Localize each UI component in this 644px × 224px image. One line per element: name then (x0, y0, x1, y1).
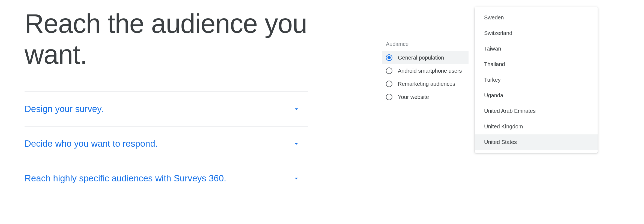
chevron-down-icon (293, 140, 300, 148)
audience-panel: Audience General population Android smar… (382, 41, 469, 104)
page-heading: Reach the audience you want. (25, 8, 311, 70)
left-content: Reach the audience you want. Design your… (0, 0, 327, 224)
dropdown-item-thailand[interactable]: Thailand (475, 57, 598, 72)
chevron-down-icon (293, 175, 300, 182)
accordion-item-design[interactable]: Design your survey. (25, 92, 308, 126)
radio-option-android[interactable]: Android smartphone users (382, 64, 469, 77)
country-dropdown: Sweden Switzerland Taiwan Thailand Turke… (475, 7, 598, 153)
accordion-item-reach[interactable]: Reach highly specific audiences with Sur… (25, 161, 308, 196)
radio-label: Remarketing audiences (398, 81, 455, 87)
radio-label: Android smartphone users (398, 68, 462, 74)
dropdown-item-uk[interactable]: United Kingdom (475, 119, 598, 134)
dropdown-item-sweden[interactable]: Sweden (475, 10, 598, 25)
radio-option-general-population[interactable]: General population (382, 51, 469, 64)
right-content: Audience General population Android smar… (327, 0, 644, 224)
radio-unchecked-icon (386, 81, 392, 87)
dropdown-item-uganda[interactable]: Uganda (475, 88, 598, 103)
dropdown-item-uae[interactable]: United Arab Emirates (475, 103, 598, 119)
radio-unchecked-icon (386, 94, 392, 100)
accordion-item-decide[interactable]: Decide who you want to respond. (25, 126, 308, 161)
dropdown-item-us[interactable]: United States (475, 134, 598, 150)
dropdown-item-turkey[interactable]: Turkey (475, 72, 598, 88)
dropdown-item-taiwan[interactable]: Taiwan (475, 41, 598, 57)
radio-checked-icon (386, 54, 392, 61)
chevron-down-icon (293, 105, 300, 113)
dropdown-item-switzerland[interactable]: Switzerland (475, 25, 598, 41)
audience-title: Audience (382, 41, 469, 47)
radio-label: Your website (398, 94, 429, 100)
radio-unchecked-icon (386, 67, 392, 74)
accordion-label: Reach highly specific audiences with Sur… (25, 173, 226, 184)
radio-option-website[interactable]: Your website (382, 90, 469, 104)
accordion-label: Decide who you want to respond. (25, 138, 158, 149)
radio-label: General population (398, 55, 444, 61)
radio-option-remarketing[interactable]: Remarketing audiences (382, 77, 469, 90)
accordion-label: Design your survey. (25, 104, 103, 114)
